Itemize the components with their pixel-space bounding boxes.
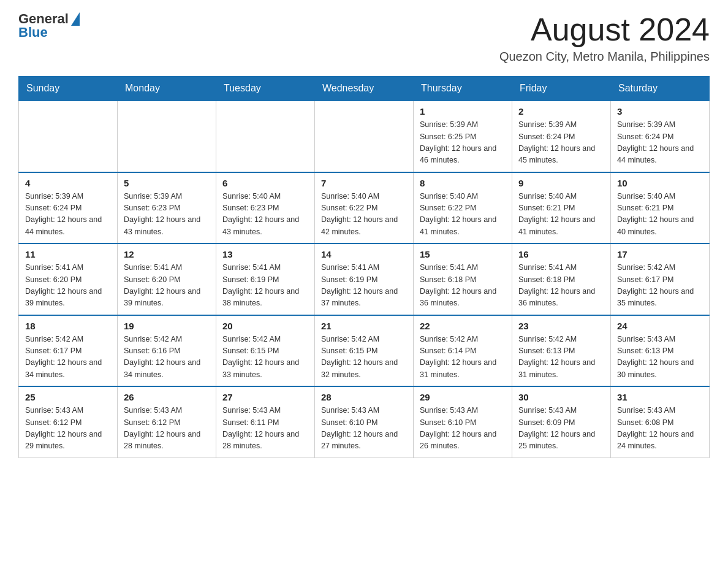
- day-info: Sunrise: 5:39 AM Sunset: 6:23 PM Dayligh…: [124, 191, 210, 239]
- week-row-4: 18Sunrise: 5:42 AM Sunset: 6:17 PM Dayli…: [19, 315, 710, 387]
- day-info: Sunrise: 5:39 AM Sunset: 6:24 PM Dayligh…: [518, 119, 604, 167]
- calendar-cell: 23Sunrise: 5:42 AM Sunset: 6:13 PM Dayli…: [512, 315, 611, 387]
- calendar-cell: 13Sunrise: 5:41 AM Sunset: 6:19 PM Dayli…: [216, 243, 315, 315]
- day-number: 15: [420, 249, 506, 259]
- day-number: 7: [321, 178, 407, 188]
- calendar-header: SundayMondayTuesdayWednesdayThursdayFrid…: [19, 77, 710, 101]
- day-info: Sunrise: 5:43 AM Sunset: 6:10 PM Dayligh…: [321, 405, 407, 453]
- day-info: Sunrise: 5:40 AM Sunset: 6:23 PM Dayligh…: [222, 191, 308, 239]
- calendar-cell: 6Sunrise: 5:40 AM Sunset: 6:23 PM Daylig…: [216, 172, 315, 244]
- calendar-table: SundayMondayTuesdayWednesdayThursdayFrid…: [18, 76, 710, 458]
- day-number: 31: [617, 392, 703, 402]
- calendar-cell: 2Sunrise: 5:39 AM Sunset: 6:24 PM Daylig…: [512, 101, 611, 172]
- day-info: Sunrise: 5:39 AM Sunset: 6:24 PM Dayligh…: [25, 191, 111, 239]
- day-info: Sunrise: 5:40 AM Sunset: 6:21 PM Dayligh…: [617, 191, 703, 239]
- day-info: Sunrise: 5:43 AM Sunset: 6:09 PM Dayligh…: [518, 405, 604, 453]
- day-number: 1: [420, 106, 506, 117]
- day-info: Sunrise: 5:43 AM Sunset: 6:08 PM Dayligh…: [617, 405, 703, 453]
- calendar-cell: 7Sunrise: 5:40 AM Sunset: 6:22 PM Daylig…: [315, 172, 414, 244]
- header-day-monday: Monday: [118, 77, 216, 101]
- day-number: 22: [420, 321, 506, 331]
- day-number: 19: [124, 321, 210, 331]
- calendar-cell: 22Sunrise: 5:42 AM Sunset: 6:14 PM Dayli…: [414, 315, 512, 387]
- header-row: SundayMondayTuesdayWednesdayThursdayFrid…: [19, 77, 710, 101]
- calendar-cell: 29Sunrise: 5:43 AM Sunset: 6:10 PM Dayli…: [414, 386, 512, 458]
- day-number: 17: [617, 249, 703, 259]
- day-number: 9: [518, 178, 604, 188]
- day-info: Sunrise: 5:39 AM Sunset: 6:25 PM Dayligh…: [420, 119, 506, 167]
- calendar-cell: 8Sunrise: 5:40 AM Sunset: 6:22 PM Daylig…: [414, 172, 512, 244]
- calendar-cell: 24Sunrise: 5:43 AM Sunset: 6:13 PM Dayli…: [611, 315, 710, 387]
- header-day-tuesday: Tuesday: [216, 77, 315, 101]
- day-number: 13: [222, 249, 308, 259]
- day-info: Sunrise: 5:42 AM Sunset: 6:15 PM Dayligh…: [222, 334, 308, 381]
- calendar-cell: 21Sunrise: 5:42 AM Sunset: 6:15 PM Dayli…: [315, 315, 414, 387]
- day-info: Sunrise: 5:42 AM Sunset: 6:15 PM Dayligh…: [321, 334, 407, 381]
- calendar-cell: 19Sunrise: 5:42 AM Sunset: 6:16 PM Dayli…: [118, 315, 216, 387]
- day-info: Sunrise: 5:43 AM Sunset: 6:12 PM Dayligh…: [25, 405, 111, 453]
- day-number: 2: [518, 106, 604, 117]
- day-number: 20: [222, 321, 308, 331]
- logo-blue-text: Blue: [18, 26, 80, 39]
- calendar-cell: 31Sunrise: 5:43 AM Sunset: 6:08 PM Dayli…: [611, 386, 710, 458]
- calendar-cell: [19, 101, 118, 172]
- day-number: 4: [25, 178, 111, 188]
- day-info: Sunrise: 5:42 AM Sunset: 6:16 PM Dayligh…: [124, 334, 210, 381]
- calendar-cell: 12Sunrise: 5:41 AM Sunset: 6:20 PM Dayli…: [118, 243, 216, 315]
- page-header: General Blue August 2024 Quezon City, Me…: [18, 12, 710, 64]
- day-info: Sunrise: 5:42 AM Sunset: 6:17 PM Dayligh…: [25, 334, 111, 381]
- day-info: Sunrise: 5:43 AM Sunset: 6:11 PM Dayligh…: [222, 405, 308, 453]
- calendar-cell: [118, 101, 216, 172]
- day-number: 3: [617, 106, 703, 117]
- calendar-cell: 1Sunrise: 5:39 AM Sunset: 6:25 PM Daylig…: [414, 101, 512, 172]
- calendar-cell: 9Sunrise: 5:40 AM Sunset: 6:21 PM Daylig…: [512, 172, 611, 244]
- calendar-cell: 20Sunrise: 5:42 AM Sunset: 6:15 PM Dayli…: [216, 315, 315, 387]
- calendar-body: 1Sunrise: 5:39 AM Sunset: 6:25 PM Daylig…: [19, 101, 710, 458]
- calendar-cell: 11Sunrise: 5:41 AM Sunset: 6:20 PM Dayli…: [19, 243, 118, 315]
- location-subtitle: Quezon City, Metro Manila, Philippines: [499, 50, 710, 64]
- day-info: Sunrise: 5:40 AM Sunset: 6:22 PM Dayligh…: [420, 191, 506, 239]
- day-number: 27: [222, 392, 308, 402]
- day-info: Sunrise: 5:43 AM Sunset: 6:12 PM Dayligh…: [124, 405, 210, 453]
- week-row-5: 25Sunrise: 5:43 AM Sunset: 6:12 PM Dayli…: [19, 386, 710, 458]
- week-row-2: 4Sunrise: 5:39 AM Sunset: 6:24 PM Daylig…: [19, 172, 710, 244]
- calendar-cell: 14Sunrise: 5:41 AM Sunset: 6:19 PM Dayli…: [315, 243, 414, 315]
- day-number: 8: [420, 178, 506, 188]
- day-info: Sunrise: 5:41 AM Sunset: 6:20 PM Dayligh…: [25, 262, 111, 310]
- title-section: August 2024 Quezon City, Metro Manila, P…: [499, 12, 710, 64]
- day-info: Sunrise: 5:42 AM Sunset: 6:13 PM Dayligh…: [518, 334, 604, 381]
- calendar-cell: 27Sunrise: 5:43 AM Sunset: 6:11 PM Dayli…: [216, 386, 315, 458]
- day-number: 14: [321, 249, 407, 259]
- calendar-cell: 3Sunrise: 5:39 AM Sunset: 6:24 PM Daylig…: [611, 101, 710, 172]
- calendar-cell: 16Sunrise: 5:41 AM Sunset: 6:18 PM Dayli…: [512, 243, 611, 315]
- header-day-friday: Friday: [512, 77, 611, 101]
- day-number: 30: [518, 392, 604, 402]
- calendar-cell: [216, 101, 315, 172]
- day-number: 6: [222, 178, 308, 188]
- day-info: Sunrise: 5:43 AM Sunset: 6:13 PM Dayligh…: [617, 334, 703, 381]
- day-info: Sunrise: 5:39 AM Sunset: 6:24 PM Dayligh…: [617, 119, 703, 167]
- month-title: August 2024: [499, 12, 710, 47]
- logo-general-text: General: [18, 12, 69, 26]
- day-number: 5: [124, 178, 210, 188]
- day-number: 28: [321, 392, 407, 402]
- day-number: 18: [25, 321, 111, 331]
- day-number: 24: [617, 321, 703, 331]
- day-info: Sunrise: 5:41 AM Sunset: 6:18 PM Dayligh…: [518, 262, 604, 310]
- day-number: 25: [25, 392, 111, 402]
- calendar-cell: 25Sunrise: 5:43 AM Sunset: 6:12 PM Dayli…: [19, 386, 118, 458]
- day-number: 29: [420, 392, 506, 402]
- day-number: 23: [518, 321, 604, 331]
- calendar-cell: 5Sunrise: 5:39 AM Sunset: 6:23 PM Daylig…: [118, 172, 216, 244]
- header-day-sunday: Sunday: [19, 77, 118, 101]
- header-day-saturday: Saturday: [611, 77, 710, 101]
- week-row-1: 1Sunrise: 5:39 AM Sunset: 6:25 PM Daylig…: [19, 101, 710, 172]
- day-info: Sunrise: 5:41 AM Sunset: 6:20 PM Dayligh…: [124, 262, 210, 310]
- day-number: 21: [321, 321, 407, 331]
- day-number: 10: [617, 178, 703, 188]
- day-number: 16: [518, 249, 604, 259]
- calendar-cell: 17Sunrise: 5:42 AM Sunset: 6:17 PM Dayli…: [611, 243, 710, 315]
- calendar-cell: 10Sunrise: 5:40 AM Sunset: 6:21 PM Dayli…: [611, 172, 710, 244]
- calendar-cell: 26Sunrise: 5:43 AM Sunset: 6:12 PM Dayli…: [118, 386, 216, 458]
- header-day-thursday: Thursday: [414, 77, 512, 101]
